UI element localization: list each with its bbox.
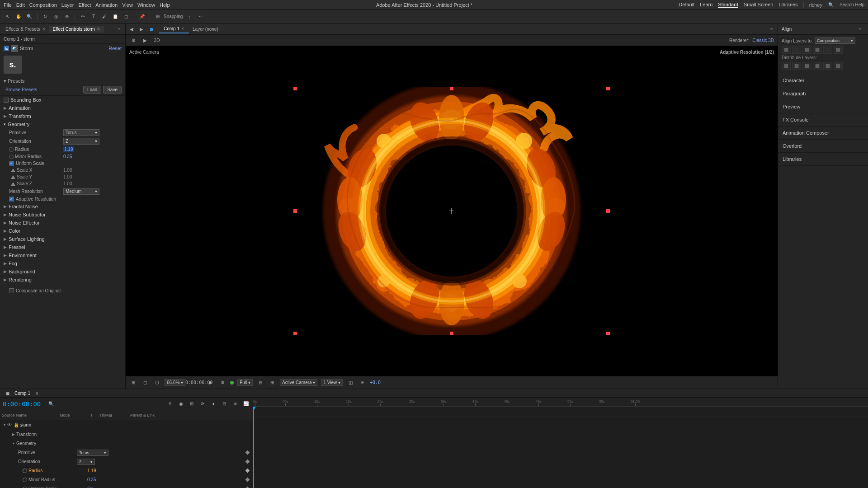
orientation-tl-dropdown[interactable]: Z▾	[77, 459, 95, 465]
timecode-display[interactable]: 0:00:00:00	[195, 379, 203, 387]
fx-enable-checkbox[interactable]: fx	[4, 46, 9, 51]
workspace-learn[interactable]: Learn	[700, 2, 712, 8]
stamp-tool[interactable]: 📋	[111, 13, 119, 21]
transform-section[interactable]: ▶ Transform	[0, 112, 125, 120]
brush-tool[interactable]: 🖌	[100, 13, 108, 21]
orientation-keyframe[interactable]	[244, 458, 251, 465]
comp-1-tab[interactable]: Comp 1 ✕	[159, 25, 189, 33]
animation-composer-section[interactable]: Animation Composer	[778, 127, 868, 140]
menu-effect[interactable]: Effect	[78, 2, 91, 8]
minor-radius-value[interactable]: 0.35	[63, 154, 72, 159]
graph-editor-btn[interactable]: 📈	[242, 400, 250, 408]
search-btn[interactable]: 🔍	[827, 1, 835, 9]
noise-subtractor-section[interactable]: ▶ Noise Subtractor	[0, 211, 125, 219]
enable-all-btn[interactable]: ◉	[177, 400, 185, 408]
menu-animation[interactable]: Animation	[95, 2, 118, 8]
layer-expand-arrow[interactable]: ▾	[2, 422, 7, 428]
presets-label[interactable]: ▾ Presets	[4, 78, 122, 84]
workspace-default[interactable]: Default	[679, 2, 694, 8]
adaptive-resolution-checkbox[interactable]: ✓	[9, 197, 14, 202]
radius-value[interactable]: 1.19	[63, 146, 74, 152]
scale-y-stopwatch[interactable]	[11, 175, 15, 179]
effects-tab-close[interactable]: ✕	[42, 27, 46, 31]
radius-tl-stopwatch[interactable]	[23, 469, 27, 473]
ram-preview-btn[interactable]: ▶	[207, 379, 215, 387]
uniform-scale-tl-value[interactable]: On	[87, 486, 93, 488]
rotate-tool[interactable]: ↻	[41, 13, 49, 21]
viewer-exposure-btn[interactable]: ☀	[358, 379, 366, 387]
view-select[interactable]: 1 View ▾	[321, 379, 343, 386]
mesh-resolution-dropdown[interactable]: Medium ▾	[63, 188, 99, 195]
scale-z-stopwatch[interactable]	[11, 182, 15, 186]
transform-sub-row[interactable]: ▶ Transform	[0, 430, 253, 439]
search-help[interactable]: Search Help	[840, 2, 864, 7]
primitive-dropdown[interactable]: Torus ▾	[63, 129, 99, 136]
solo-switch-btn[interactable]: S	[166, 400, 174, 408]
fog-section[interactable]: ▶ Fog	[0, 259, 125, 267]
minor-radius-tl-stopwatch[interactable]	[23, 478, 27, 482]
animation-section[interactable]: ▶ Animation	[0, 104, 125, 112]
viewer-3d-view-btn[interactable]: ⬡	[153, 379, 161, 387]
minor-radius-keyframe[interactable]	[244, 476, 251, 483]
search-layers-btn[interactable]: 🔍	[47, 400, 55, 408]
primitive-tl-dropdown[interactable]: Torus▾	[77, 450, 108, 456]
rendering-section[interactable]: ▶ Rendering	[0, 276, 125, 284]
fx-console-section[interactable]: FX Console	[778, 113, 868, 127]
preview-section[interactable]: Preview	[778, 100, 868, 113]
expand-all-btn[interactable]: ⊞	[188, 400, 196, 408]
viewer-preview-btn[interactable]: ▶	[141, 36, 149, 44]
layer-visibility-eye[interactable]: 👁	[7, 422, 12, 427]
color-section[interactable]: ▶ Color	[0, 227, 125, 235]
puppet-pin-tool[interactable]: 📌	[138, 13, 146, 21]
viewer-toggle-btn[interactable]: ⊟	[256, 379, 264, 387]
align-center-v-btn[interactable]: ⬛	[823, 46, 832, 54]
align-right-btn[interactable]: ⬜	[802, 46, 811, 54]
geometry-sub-row[interactable]: ▾ Geometry	[0, 439, 253, 448]
effect-controls-tab-close[interactable]: ✕	[97, 27, 100, 31]
surface-lighting-section[interactable]: ▶ Surface Lighting	[0, 235, 125, 243]
menu-window[interactable]: Window	[137, 2, 155, 8]
overlord-section[interactable]: Overlord	[778, 140, 868, 153]
radius-stopwatch[interactable]	[9, 147, 14, 152]
primitive-keyframe[interactable]	[244, 449, 251, 456]
uniform-scale-checkbox[interactable]: ✓	[9, 161, 14, 166]
viewer-channel-btn[interactable]: ◫	[346, 379, 354, 387]
align-tool[interactable]: ⋮	[185, 13, 193, 21]
transform-expand[interactable]: ▶	[11, 432, 16, 437]
fresnel-section[interactable]: ▶ Fresnel	[0, 243, 125, 251]
viewer-grid-btn[interactable]: ⊞	[268, 379, 276, 387]
align-to-select[interactable]: Composition ▾	[815, 38, 855, 44]
camera-pan-tool[interactable]: ⊕	[63, 13, 71, 21]
workspace-standard[interactable]: Standard	[718, 2, 738, 8]
zoom-tool[interactable]: 🔍	[25, 13, 33, 21]
background-section[interactable]: ▶ Background	[0, 267, 125, 276]
timeline-lock-btn[interactable]: ◼	[4, 389, 12, 397]
align-bottom-btn[interactable]: ⬜	[834, 46, 843, 54]
orientation-dropdown[interactable]: Z ▾	[63, 138, 99, 145]
pen-tool[interactable]: ✏	[79, 13, 87, 21]
uniform-scale-tl-stopwatch[interactable]	[23, 487, 27, 488]
radius-tl-value[interactable]: 1.19	[87, 468, 96, 473]
text-tool[interactable]: T	[90, 13, 98, 21]
motion-blur-btn[interactable]: ≋	[231, 400, 239, 408]
camera-orbit-tool[interactable]: ◎	[52, 13, 60, 21]
motion-sketch-tool[interactable]: 〰	[196, 13, 204, 21]
dist-top-btn[interactable]: ⬜	[813, 62, 822, 70]
uniform-scale-keyframe[interactable]	[244, 485, 251, 488]
effect-controls-tab[interactable]: Effect Controls storm ✕	[49, 26, 104, 33]
quality-select[interactable]: Full ▾	[237, 379, 253, 386]
scale-z-value[interactable]: 1.00	[63, 181, 72, 186]
menu-edit[interactable]: Edit	[16, 2, 25, 8]
dist-bottom-btn[interactable]: ⬜	[834, 62, 843, 70]
fractal-noise-section[interactable]: ▶ Fractal Noise	[0, 202, 125, 211]
panel-menu-btn[interactable]: ≡	[115, 25, 123, 33]
save-preset-btn[interactable]: Save	[103, 86, 122, 94]
dist-center-h-btn[interactable]: ⬜	[792, 62, 801, 70]
right-panel-menu[interactable]: ≡	[856, 25, 864, 33]
comp-panel-menu-btn[interactable]: ≡	[768, 25, 776, 33]
effects-presets-tab[interactable]: Effects & Presets ✕	[2, 26, 49, 33]
playback-settings-btn[interactable]: ⚙	[218, 379, 226, 387]
viewer-3d-btn[interactable]: 3D	[153, 36, 161, 44]
scale-x-stopwatch[interactable]	[11, 169, 15, 172]
dist-right-btn[interactable]: ⬜	[802, 62, 811, 70]
